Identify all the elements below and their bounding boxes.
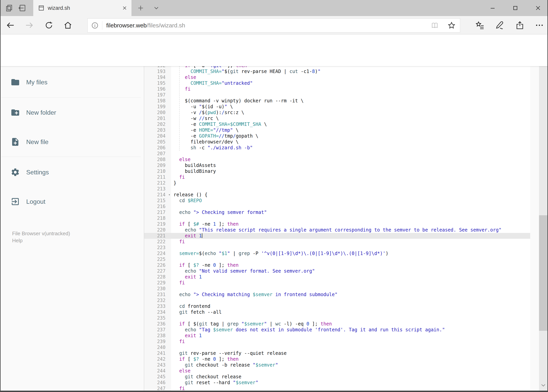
code-line[interactable]: 209 buildAssets (144, 162, 530, 168)
code-text: -v /$(pwd):/src:z \ (171, 110, 530, 115)
tab-list-button[interactable] (148, 0, 164, 16)
browser-tab[interactable]: wizard.sh (33, 0, 132, 16)
code-line[interactable]: 201 -w //src \ (144, 115, 530, 121)
code-editor[interactable]: 192 if [ -d ".git" ]; then193 COMMIT_SHA… (144, 66, 530, 391)
code-line[interactable]: 223 (144, 245, 530, 251)
info-icon (91, 22, 99, 29)
code-line[interactable]: 231 echo "> Checking matching $semver in… (144, 292, 530, 297)
back-button[interactable] (1, 16, 19, 35)
tabs-set-aside-icon[interactable] (14, 0, 30, 16)
code-line[interactable]: 202 -e COMMIT_SHA=$COMMIT_SHA \ (144, 121, 530, 127)
new-tab-button[interactable] (133, 0, 149, 16)
code-text (171, 245, 530, 251)
code-line[interactable]: 213 (144, 186, 530, 192)
favorite-star-button[interactable] (443, 21, 460, 29)
code-line[interactable]: 219 if [ $# -ne 1 ]; then (144, 221, 530, 227)
scroll-down-button[interactable] (539, 380, 548, 391)
code-line[interactable]: 198 $(command -v winpty) docker run --rm… (144, 98, 530, 104)
code-line[interactable]: 232 (144, 297, 530, 303)
line-number: 199 (144, 104, 171, 110)
code-line[interactable]: 217 echo "> Checking semver format" (144, 210, 530, 215)
code-line[interactable]: 238 exit 1 (144, 333, 530, 339)
more-menu-button[interactable] (531, 16, 548, 35)
fold-marker-icon[interactable]: ▾ (168, 192, 170, 198)
code-line[interactable]: 226 if [ $? -ne 0 ]; then (144, 262, 530, 268)
sidebar-item-logout[interactable]: Logout (0, 191, 141, 212)
code-line[interactable]: 234 git fetch --all (144, 309, 530, 315)
line-number: 203 (144, 127, 171, 133)
code-line[interactable]: 221 exit 1 (144, 233, 530, 239)
refresh-button[interactable] (40, 16, 58, 35)
code-text: -e HOME="//tmp" \ (171, 127, 530, 133)
code-line[interactable]: 220 echo "This release script requires a… (144, 227, 530, 233)
code-line[interactable]: 242 if [ $? -ne 0 ]; then (144, 356, 530, 362)
code-line[interactable]: 225 (144, 256, 530, 262)
tab-close-icon[interactable] (122, 5, 128, 11)
site-info-button[interactable] (88, 22, 102, 29)
code-line[interactable]: 210 buildBinary (144, 168, 530, 174)
line-number: 243 (144, 362, 171, 368)
code-line[interactable]: 206 sh -c "./wizard.sh -b" (144, 145, 530, 151)
code-line[interactable]: 247 fi (144, 385, 530, 391)
address-bar[interactable]: filebrowser.web/files/wizard.sh (87, 18, 460, 33)
code-line[interactable]: 241 git rev-parse --verify --quiet relea… (144, 350, 530, 356)
code-line[interactable]: 230 (144, 286, 530, 292)
code-line[interactable]: 218 (144, 215, 530, 221)
home-button[interactable] (59, 16, 77, 35)
code-line[interactable]: 204 -e GOPATH=//tmp/gopath \ (144, 133, 530, 139)
close-button[interactable] (529, 0, 547, 16)
code-line[interactable]: 199 -u "$(id -u)" \ (144, 104, 530, 110)
code-line[interactable]: 224 semver=$(echo "$1" | grep -P '^v(0|[… (144, 251, 530, 256)
code-line[interactable]: 245 git checkout release (144, 374, 530, 380)
help-link[interactable]: Help (12, 238, 22, 244)
sidebar-item-settings[interactable]: Settings (0, 161, 141, 183)
reading-view-button[interactable] (426, 21, 443, 29)
sidebar-item-new-file[interactable]: New file (0, 131, 141, 153)
code-line[interactable]: 228 exit 1 (144, 274, 530, 280)
vertical-scrollbar[interactable] (539, 35, 548, 391)
code-line[interactable]: 235 (144, 315, 530, 321)
code-line[interactable]: 212} (144, 180, 530, 186)
code-line[interactable]: 203 -e HOME="//tmp" \ (144, 127, 530, 133)
code-line[interactable]: 214▾release () { (144, 192, 530, 198)
code-line[interactable]: 197 (144, 92, 530, 98)
code-line[interactable]: 205 filebrowser/dev \ (144, 139, 530, 145)
code-line[interactable]: 244 else (144, 368, 530, 374)
code-text: git checkout release (171, 374, 530, 380)
favorites-hub-button[interactable] (471, 16, 489, 35)
maximize-button[interactable] (507, 0, 524, 16)
line-number: 226 (144, 262, 171, 268)
code-line[interactable]: 208 else (144, 157, 530, 162)
code-text: fi (171, 174, 530, 180)
code-line[interactable]: 193 COMMIT_SHA="$(git rev-parse HEAD | c… (144, 69, 530, 74)
code-line[interactable]: 200 -v /$(pwd):/src:z \ (144, 110, 530, 115)
code-line[interactable]: 240 (144, 344, 530, 350)
sidebar-item-new-folder[interactable]: New folder (0, 102, 141, 123)
minimize-button[interactable] (484, 0, 501, 16)
code-line[interactable]: 207 (144, 151, 530, 157)
plus-icon (137, 5, 144, 12)
sidebar-item-my-files[interactable]: My files (0, 71, 141, 93)
code-line[interactable]: 246 git reset --hard "$semver" (144, 380, 530, 385)
code-line[interactable]: 243 git checkout -b release "$semver" (144, 362, 530, 368)
share-page-button[interactable] (511, 16, 529, 35)
code-line[interactable]: 194 else (144, 74, 530, 80)
code-line[interactable]: 216 (144, 203, 530, 210)
code-line[interactable]: 236 if [ $(git tag | grep "$semver" | wc… (144, 321, 530, 327)
scrollbar-thumb[interactable] (539, 215, 548, 331)
code-line[interactable]: 233 cd frontend (144, 303, 530, 309)
code-line[interactable]: 195 COMMIT_SHA="untracked" (144, 80, 530, 86)
code-line[interactable]: 227 echo "Not valid semver format. See s… (144, 268, 530, 274)
forward-button[interactable] (21, 16, 38, 35)
code-line[interactable]: 211 fi (144, 174, 530, 180)
address-divider (102, 21, 102, 30)
web-notes-button[interactable] (491, 16, 509, 35)
code-line[interactable]: 215 cd $REPO (144, 198, 530, 203)
code-line[interactable]: 239 fi (144, 339, 530, 344)
code-line[interactable]: 237 echo "Tag $semver does not exist in … (144, 327, 530, 333)
code-line[interactable]: 192 if [ -d ".git" ]; then (144, 66, 530, 69)
code-line[interactable]: 229 fi (144, 280, 530, 286)
code-line[interactable]: 222 fi (144, 239, 530, 245)
home-icon (63, 21, 72, 30)
code-line[interactable]: 196 fi (144, 86, 530, 92)
